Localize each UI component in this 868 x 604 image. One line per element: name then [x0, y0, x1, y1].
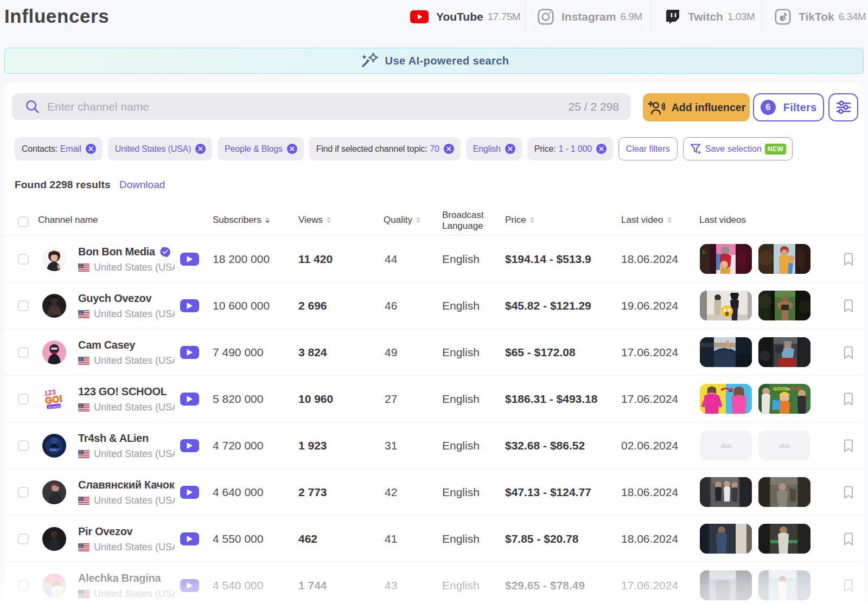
svg-text:Tr4sh: Tr4sh	[50, 448, 57, 452]
svg-text:GOOD: GOOD	[773, 386, 788, 391]
svg-text:vs: vs	[787, 387, 791, 391]
